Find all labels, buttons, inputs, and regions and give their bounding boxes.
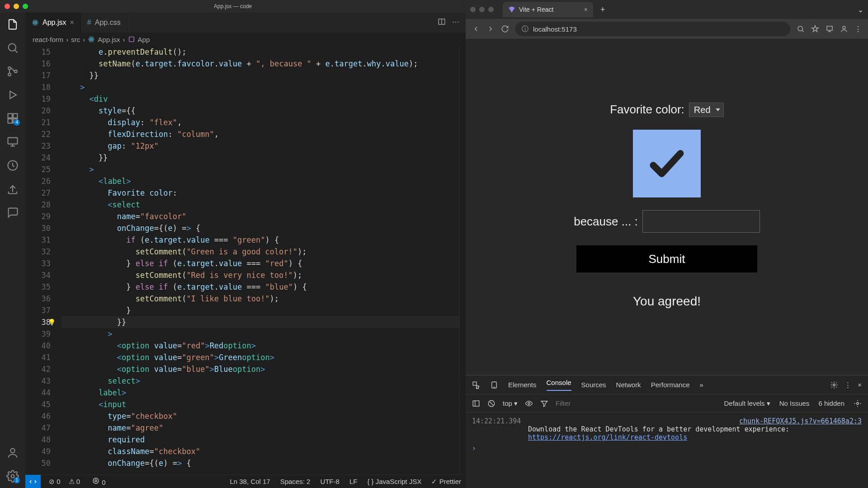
chevron-down-icon[interactable]: ⌄ [858,5,863,14]
forward-button[interactable] [486,25,495,33]
inspect-icon[interactable] [472,381,480,389]
live-expression-icon[interactable] [525,399,533,408]
svg-point-24 [798,26,803,31]
console-prompt[interactable]: › [472,444,862,452]
log-message: Download the React DevTools for a better… [528,425,789,433]
breadcrumb[interactable]: react-form › src › App.jsx › App [25,33,466,46]
minimize-window-button[interactable] [14,4,19,9]
favorite-color-label: Favorite color: [610,103,684,117]
remote-indicator[interactable] [25,475,41,488]
more-actions-icon[interactable]: ⋯ [452,18,459,28]
devtools-tab-console[interactable]: Console [547,379,571,391]
chat-icon[interactable] [6,206,19,219]
filter-input[interactable] [556,399,610,407]
install-app-icon[interactable] [826,25,834,33]
close-icon[interactable]: × [858,381,862,389]
extensions-icon[interactable]: 4 [6,112,19,125]
vscode-titlebar: App.jsx — code [0,0,466,13]
tab-app-jsx[interactable]: App.jsx × [25,13,81,33]
prettier-status[interactable]: ✓ Prettier [431,478,461,486]
breadcrumb-item[interactable]: react-form [33,36,63,43]
search-icon[interactable] [797,25,805,33]
breadcrumb-item[interactable]: App [138,36,150,43]
log-source-link[interactable]: chunk-REFQX4J5.js?v=661468a2:3 [739,417,862,425]
accounts-icon[interactable] [6,446,19,459]
clear-console-icon[interactable] [487,399,495,408]
address-bar[interactable]: ⓘ localhost:5173 [515,22,790,36]
svg-point-33 [857,402,859,404]
language-mode[interactable]: { } JavaScript JSX [367,478,421,486]
tab-app-css[interactable]: # App.css [81,13,127,33]
indentation[interactable]: Spaces: 2 [280,478,311,486]
close-window-button[interactable] [5,4,10,9]
issues-indicator[interactable]: No Issues [779,399,810,407]
testing-icon[interactable] [6,159,19,172]
code-editor[interactable]: 1516171819202122232425262728293031323334… [25,46,466,474]
encoding[interactable]: UTF-8 [320,478,340,486]
close-window-button[interactable] [470,7,476,12]
minimize-window-button[interactable] [479,7,485,12]
extensions-badge: 4 [14,119,20,126]
device-toggle-icon[interactable] [490,381,498,389]
svg-rect-27 [473,382,476,385]
new-tab-button[interactable]: + [597,5,609,14]
search-icon[interactable] [6,42,19,54]
devtools-tab-performance[interactable]: Performance [651,381,690,389]
settings-icon[interactable]: 1 [6,470,19,483]
site-info-icon[interactable]: ⓘ [522,25,528,33]
tab-label: App.jsx [42,19,66,27]
cursor-position[interactable]: Ln 38, Col 17 [230,478,270,486]
vscode-window: App.jsx — code 4 [0,0,466,488]
because-input[interactable] [642,210,760,233]
log-link[interactable]: https://reactjs.org/link/react-devtools [528,433,687,441]
maximize-window-button[interactable] [23,4,28,9]
svg-point-17 [91,39,92,40]
maximize-window-button[interactable] [488,7,494,12]
activity-bar: 4 [0,13,25,488]
settings-icon[interactable] [854,399,862,408]
close-icon[interactable]: × [584,6,588,13]
menu-icon[interactable]: ⋮ [854,25,862,33]
chevron-right-icon: › [123,36,125,43]
minimap[interactable] [459,46,466,474]
kebab-menu-icon[interactable]: ⋮ [844,381,851,389]
reload-button[interactable] [501,25,509,33]
svg-rect-25 [827,26,832,30]
profile-icon[interactable] [840,25,848,33]
source-control-icon[interactable] [6,65,19,78]
warnings-count[interactable]: ⚠ 0 [69,478,80,486]
explorer-icon[interactable] [6,18,19,31]
settings-icon[interactable] [830,381,838,389]
console-output[interactable]: 14:22:21.394 chunk-REFQX4J5.js?v=661468a… [466,413,868,488]
devtools-tab-network[interactable]: Network [616,381,641,389]
console-toolbar: top ▾ Default levels ▾ No Issues 6 hidde… [466,394,868,413]
eol[interactable]: LF [349,478,358,486]
split-editor-icon[interactable] [438,18,446,28]
context-selector[interactable]: top ▾ [503,399,518,408]
agreed-text: You agreed! [633,294,701,309]
breadcrumb-item[interactable]: src [71,36,80,43]
ports-icon[interactable]: 0 [92,477,106,486]
bookmark-icon[interactable] [811,25,819,33]
log-levels-selector[interactable]: Default levels ▾ [724,399,770,408]
sidebar-toggle-icon[interactable] [472,399,480,408]
close-icon[interactable]: × [70,19,74,27]
more-tabs-icon[interactable]: » [700,381,703,389]
svg-point-29 [833,384,835,386]
code-content[interactable]: e.preventDefault(); setName(e.target.fav… [61,46,459,474]
breadcrumb-item[interactable]: App.jsx [98,36,120,43]
remote-explorer-icon[interactable] [6,136,19,148]
hidden-count[interactable]: 6 hidden [818,399,844,407]
errors-count[interactable]: ⊘ 0 [49,478,61,486]
browser-toolbar: ⓘ localhost:5173 ⋮ [466,19,868,39]
live-share-icon[interactable] [6,183,19,195]
react-file-icon [32,19,39,26]
back-button[interactable] [472,25,480,33]
browser-tab[interactable]: Vite + React × [503,2,593,17]
devtools-tab-elements[interactable]: Elements [508,381,537,389]
favorite-color-select[interactable]: Red [689,103,724,117]
agree-checkbox[interactable] [633,130,701,197]
devtools-tab-sources[interactable]: Sources [581,381,606,389]
run-debug-icon[interactable] [6,89,19,101]
submit-button[interactable]: Submit [576,245,757,272]
